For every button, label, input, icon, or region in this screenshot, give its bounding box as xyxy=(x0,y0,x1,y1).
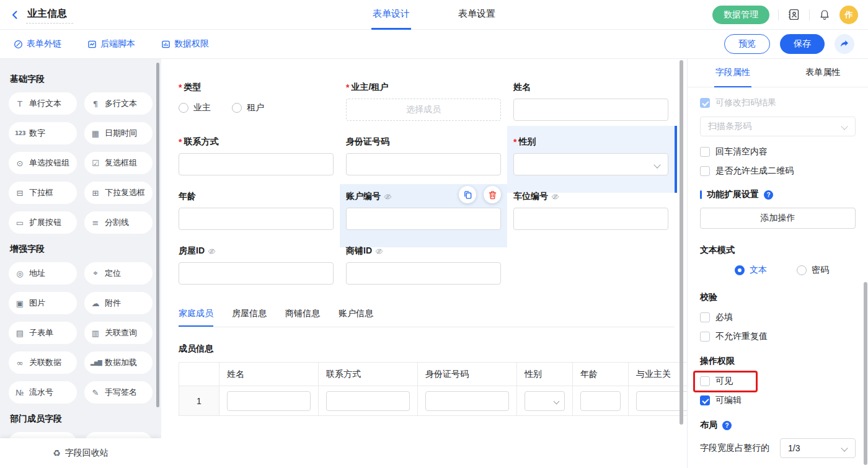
field-owner-tenant[interactable]: *业主/租户 选择成员 xyxy=(346,81,501,136)
palette-item-checkbox-group[interactable]: ☑复选框组 xyxy=(84,152,153,174)
chevron-left-icon xyxy=(10,10,20,20)
user-avatar[interactable]: 作 xyxy=(839,6,858,24)
palette-item-multi-select[interactable]: ⊞下拉复选框 xyxy=(84,182,153,204)
palette-item-attachment[interactable]: ☁附件 xyxy=(84,292,153,314)
sidebar-scrollbar[interactable] xyxy=(156,63,159,407)
checkbox-allow-qrcode[interactable]: 是否允许生成二维码 xyxy=(700,166,856,177)
radio-owner[interactable]: 业主 xyxy=(179,102,211,113)
attachment-icon: ☁ xyxy=(91,299,100,308)
palette-item-datetime[interactable]: ▦日期时间 xyxy=(84,122,153,144)
cell-contact-input[interactable] xyxy=(326,391,410,411)
field-parking-no[interactable]: 车位编号 xyxy=(513,190,668,245)
multi-select-icon: ⊞ xyxy=(91,188,100,198)
checkbox-editable[interactable]: 可编辑 xyxy=(700,395,856,406)
tab-form-design[interactable]: 表单设计 xyxy=(371,0,411,30)
subtab-family[interactable]: 家庭成员 xyxy=(179,308,213,327)
contact-input[interactable] xyxy=(179,153,334,175)
palette-item-address[interactable]: ◎地址 xyxy=(9,262,77,285)
save-button[interactable]: 保存 xyxy=(780,34,825,54)
backend-script-button[interactable]: 后端脚本 xyxy=(87,38,135,50)
idcard-input[interactable] xyxy=(346,153,501,175)
tab-form-properties[interactable]: 表单属性 xyxy=(778,59,868,87)
data-permission-button[interactable]: 数据权限 xyxy=(161,38,209,50)
palette-item-radio-group[interactable]: ⊙单选按钮组 xyxy=(9,152,77,174)
contacts-button[interactable] xyxy=(787,8,800,21)
field-idcard[interactable]: 身份证号码 xyxy=(346,136,501,190)
palette-item-select[interactable]: ⊟下拉框 xyxy=(9,182,77,204)
field-account-no[interactable]: 账户编号 xyxy=(346,190,501,245)
palette-item-signature[interactable]: ✎手写签名 xyxy=(84,381,153,404)
cell-age-input[interactable] xyxy=(580,391,621,411)
subtab-account[interactable]: 账户信息 xyxy=(339,308,373,327)
palette-item-subform[interactable]: ▤子表单 xyxy=(9,322,77,344)
palette-item-serial-number[interactable]: №流水号 xyxy=(9,381,77,404)
calendar-icon: ▦ xyxy=(91,129,100,138)
notifications-button[interactable] xyxy=(818,9,831,21)
gender-select[interactable] xyxy=(513,153,668,175)
palette-item-divider[interactable]: ≡分割线 xyxy=(84,211,153,234)
back-button[interactable] xyxy=(10,10,20,20)
data-manage-button[interactable]: 数据管理 xyxy=(712,6,769,24)
palette-item-extend-button[interactable]: ▭扩展按钮 xyxy=(9,211,77,234)
parking-no-input[interactable] xyxy=(513,208,668,230)
field-recycle-bin[interactable]: ♻ 字段回收站 xyxy=(0,438,161,468)
cell-name-input[interactable] xyxy=(227,391,311,411)
field-age[interactable]: 年龄 xyxy=(179,190,334,245)
page-title[interactable]: 业主信息 xyxy=(26,6,73,24)
member-picker[interactable]: 选择成员 xyxy=(346,99,501,121)
age-input[interactable] xyxy=(179,208,334,230)
scan-mode-select[interactable]: 扫描条形码 xyxy=(700,117,856,136)
checkbox-icon xyxy=(700,98,710,108)
checkbox-required[interactable]: 必填 xyxy=(700,312,856,323)
preview-button[interactable]: 预览 xyxy=(724,34,770,54)
checkbox-clear-on-enter[interactable]: 回车清空内容 xyxy=(700,146,856,157)
single-line-text-icon: T xyxy=(15,99,25,108)
cell-gender-select[interactable] xyxy=(525,391,565,411)
palette-item-single-line-text[interactable]: T单行文本 xyxy=(9,92,77,115)
copy-field-button[interactable] xyxy=(459,186,476,203)
checkbox-icon xyxy=(700,147,710,157)
add-action-button[interactable]: 添加操作 xyxy=(700,208,856,229)
radio-text-mode[interactable]: 文本 xyxy=(735,265,767,276)
col-age: 年龄 xyxy=(573,363,629,386)
palette-item-multi-line-text[interactable]: ¶多行文本 xyxy=(84,92,153,115)
eye-off-icon xyxy=(208,247,216,255)
palette-item-location[interactable]: ⌖定位 xyxy=(84,262,153,285)
help-icon[interactable]: ? xyxy=(722,421,732,430)
canvas-scrollbar[interactable] xyxy=(680,60,683,425)
checkbox-no-duplicate[interactable]: 不允许重复值 xyxy=(700,331,856,342)
checkbox-visible[interactable]: 可见 xyxy=(700,376,733,387)
panel-scrollbar[interactable] xyxy=(864,282,867,465)
col-index xyxy=(179,363,219,386)
field-house-id[interactable]: 房屋ID xyxy=(179,245,334,299)
field-contact[interactable]: *联系方式 xyxy=(179,136,334,190)
field-width-select[interactable]: 1/3 xyxy=(780,438,856,458)
radio-password-mode[interactable]: 密码 xyxy=(797,265,829,276)
delete-field-button[interactable] xyxy=(484,186,501,203)
cell-idcard-input[interactable] xyxy=(425,391,509,411)
external-link-button[interactable]: 表单外链 xyxy=(14,38,61,50)
palette-item-relation-query[interactable]: ▥关联查询 xyxy=(84,322,153,344)
name-input[interactable] xyxy=(513,99,668,121)
subtab-shop[interactable]: 商铺信息 xyxy=(285,308,320,327)
help-icon[interactable]: ? xyxy=(764,190,773,200)
house-id-input[interactable] xyxy=(179,262,334,285)
field-gender[interactable]: *性别 xyxy=(513,136,668,190)
palette-item-data-load[interactable]: ▂▅▇数据加载 xyxy=(84,351,153,374)
shop-id-input[interactable] xyxy=(346,262,501,285)
tab-form-settings[interactable]: 表单设置 xyxy=(457,0,497,30)
field-type[interactable]: *类型 业主 租户 xyxy=(179,81,334,136)
palette-item-image[interactable]: ▣图片 xyxy=(9,292,77,314)
text-mode-title: 文本模式 xyxy=(700,245,856,256)
subtab-house[interactable]: 房屋信息 xyxy=(232,308,267,327)
palette-item-relation-data[interactable]: ∞关联数据 xyxy=(9,351,77,374)
table-header-row: 姓名 联系方式 身份证号码 性别 年龄 与业主关 xyxy=(179,363,688,386)
palette-item-number[interactable]: 123数字 xyxy=(9,122,77,144)
radio-tenant[interactable]: 租户 xyxy=(232,102,264,113)
checkbox-modify-scan-result[interactable]: 可修改扫码结果 xyxy=(700,97,856,108)
share-button[interactable] xyxy=(835,34,854,54)
account-no-input[interactable] xyxy=(346,208,501,230)
field-shop-id[interactable]: 商铺ID xyxy=(346,245,501,299)
layout-title: 布局 xyxy=(700,420,717,431)
tab-field-properties[interactable]: 字段属性 xyxy=(688,59,778,87)
